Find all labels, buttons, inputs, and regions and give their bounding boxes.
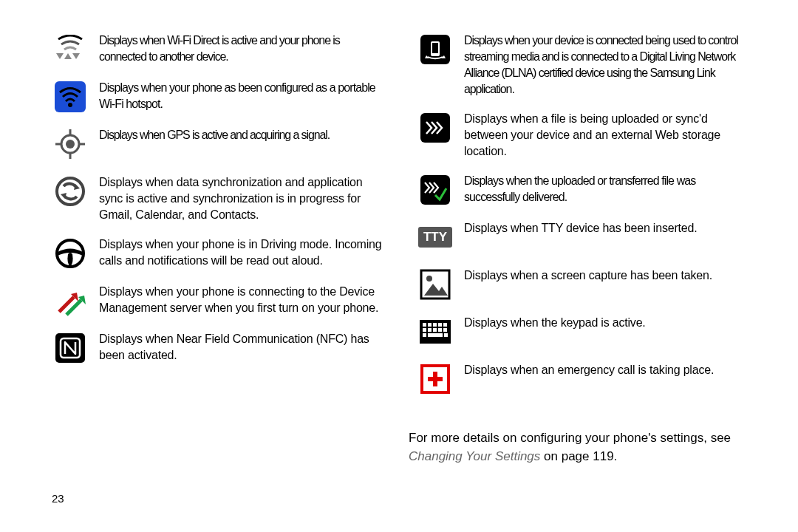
entry-keypad: Displays when the keypad is active.	[418, 315, 754, 349]
svg-rect-39	[433, 328, 437, 332]
footer-link: Changing Your Settings	[409, 449, 540, 463]
svg-point-29	[426, 276, 432, 282]
wifi-direct-icon	[53, 33, 87, 66]
footer-tail: on page 119.	[544, 449, 617, 463]
svg-point-4	[68, 103, 72, 107]
wifi-direct-text: Displays when Wi-Fi Direct is active and…	[99, 33, 389, 66]
nfc-icon	[53, 331, 87, 365]
svg-rect-26	[420, 113, 450, 143]
entry-emergency: Displays when an emergency call is takin…	[418, 362, 754, 396]
driving-text: Displays when your phone is in Driving m…	[99, 236, 389, 270]
entry-dm-server: Displays when your phone is connecting t…	[53, 284, 389, 318]
sync-text: Displays when data synchronization and a…	[99, 174, 389, 223]
manual-page: Displays when Wi-Fi Direct is active and…	[0, 0, 798, 532]
entry-driving: Displays when your phone is in Driving m…	[53, 236, 389, 270]
dlna-icon	[418, 33, 452, 66]
entry-upload-done: Displays when the uploaded or transferre…	[418, 173, 754, 207]
keypad-text: Displays when the keypad is active.	[464, 315, 646, 349]
svg-rect-44	[444, 333, 448, 337]
svg-rect-3	[55, 81, 86, 112]
svg-marker-2	[72, 53, 80, 59]
screenshot-icon	[418, 267, 452, 301]
tty-icon: TTY	[418, 220, 452, 254]
entry-gps: Displays when GPS is active and acquirin…	[53, 127, 389, 161]
svg-rect-23	[432, 43, 438, 53]
svg-marker-1	[64, 53, 72, 59]
dlna-text: Displays when your device is connected b…	[464, 33, 754, 98]
upload-icon	[418, 111, 452, 145]
svg-rect-41	[443, 328, 447, 332]
svg-marker-0	[56, 53, 64, 59]
page-number: 23	[52, 492, 64, 505]
keyboard-icon	[418, 315, 452, 349]
upload-done-icon	[418, 173, 452, 207]
gps-icon	[53, 127, 87, 161]
svg-point-6	[66, 140, 75, 149]
wifi-hotspot-icon	[53, 80, 87, 114]
svg-rect-42	[423, 333, 426, 337]
svg-rect-38	[428, 328, 432, 332]
emergency-text: Displays when an emergency call is takin…	[464, 362, 714, 396]
svg-rect-47	[428, 377, 443, 381]
tty-text: Displays when TTY device has been insert…	[464, 220, 697, 254]
entry-screenshot: Displays when a screen capture has been …	[418, 267, 754, 301]
sync-icon	[53, 174, 87, 208]
footer-note: For more details on configuring your pho…	[409, 429, 756, 466]
right-column: Displays when your device is connected b…	[418, 33, 754, 409]
svg-rect-43	[428, 333, 443, 337]
svg-rect-36	[443, 323, 447, 327]
screenshot-text: Displays when a screen capture has been …	[464, 267, 712, 301]
entry-upload: Displays when a file is being uploaded o…	[418, 111, 754, 160]
device-management-icon	[53, 284, 87, 318]
two-column-layout: Displays when Wi-Fi Direct is active and…	[0, 0, 798, 409]
entry-sync: Displays when data synchronization and a…	[53, 174, 389, 223]
upload-done-text: Displays when the uploaded or transferre…	[464, 173, 754, 207]
steering-wheel-icon	[53, 236, 87, 270]
nfc-text: Displays when Near Field Communication (…	[99, 331, 389, 365]
gps-text: Displays when GPS is active and acquirin…	[99, 127, 330, 161]
svg-rect-35	[438, 323, 442, 327]
left-column: Displays when Wi-Fi Direct is active and…	[53, 33, 389, 409]
wifi-hotspot-text: Displays when your phone as been configu…	[99, 80, 389, 114]
svg-rect-32	[423, 323, 426, 327]
tty-label: TTY	[418, 227, 452, 248]
entry-wifi-direct: Displays when Wi-Fi Direct is active and…	[53, 33, 389, 66]
entry-nfc: Displays when Near Field Communication (…	[53, 331, 389, 365]
svg-rect-37	[423, 328, 426, 332]
entry-wifi-hotspot: Displays when your phone as been configu…	[53, 80, 389, 114]
entry-dlna: Displays when your device is connected b…	[418, 33, 754, 98]
dm-server-text: Displays when your phone is connecting t…	[99, 284, 389, 318]
upload-text: Displays when a file is being uploaded o…	[464, 111, 754, 160]
emergency-icon	[418, 362, 452, 396]
svg-point-11	[57, 178, 83, 205]
svg-rect-33	[428, 323, 432, 327]
entry-tty: TTY Displays when TTY device has been in…	[418, 220, 754, 254]
footer-lead: For more details on configuring your pho…	[409, 431, 731, 445]
svg-rect-34	[433, 323, 437, 327]
svg-rect-40	[438, 328, 442, 332]
